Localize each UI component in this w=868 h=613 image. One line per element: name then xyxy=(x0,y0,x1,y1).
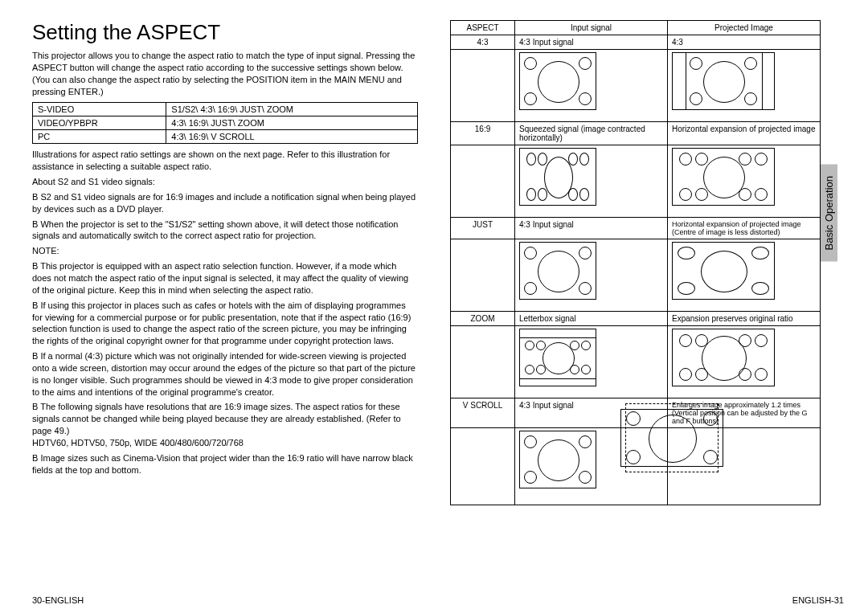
table-row: JUST 4:3 Input signal Horizontal expansi… xyxy=(451,218,821,239)
illustration-note: Illustrations for aspect ratio settings … xyxy=(32,149,418,173)
cell: 4:3\ 16:9\ JUST\ ZOOM xyxy=(166,116,418,130)
output-label: 4:3 xyxy=(668,35,821,50)
intro-paragraph: This projector allows you to change the … xyxy=(32,50,418,97)
bullet: B Image sizes such as Cinema-Vision that… xyxy=(32,452,418,476)
illustration-cell xyxy=(515,239,668,312)
illustration-cell xyxy=(515,145,668,218)
table-row xyxy=(451,326,821,398)
col-header: ASPECT xyxy=(451,21,515,35)
input-label: Letterbox signal xyxy=(515,312,668,326)
aspect-label: 4:3 xyxy=(451,35,515,50)
col-header: Projected Image xyxy=(668,21,821,35)
cell: S1/S2\ 4:3\ 16:9\ JUST\ ZOOM xyxy=(166,103,418,116)
input-label: 4:3 Input signal xyxy=(515,218,668,239)
illustration-cell xyxy=(668,326,821,398)
bullet: B This projector is equipped with an asp… xyxy=(32,260,418,296)
left-page: Setting the ASPECT This projector allows… xyxy=(32,20,418,505)
note-heading: NOTE: xyxy=(32,245,418,257)
table-row: VIDEO/YPBPR4:3\ 16:9\ JUST\ ZOOM xyxy=(33,116,418,130)
table-row: 4:3 4:3 Input signal 4:3 xyxy=(451,35,821,50)
table-row: 16:9 Squeezed signal (image contracted h… xyxy=(451,122,821,145)
page-title: Setting the ASPECT xyxy=(32,20,418,45)
table-row xyxy=(451,428,821,505)
output-label: Horizontal expansion of projected image … xyxy=(668,218,821,239)
aspect-label: V SCROLL xyxy=(451,398,515,428)
aspect-table: ASPECT Input signal Projected Image 4:3 … xyxy=(450,20,821,505)
right-page: ASPECT Input signal Projected Image 4:3 … xyxy=(450,20,820,505)
table-row xyxy=(451,50,821,122)
illustration-cell xyxy=(668,145,821,218)
input-label: 4:3 Input signal xyxy=(515,35,668,50)
cell: VIDEO/YPBPR xyxy=(33,116,166,130)
col-header: Input signal xyxy=(515,21,668,35)
output-label: Horizontal expansion of projected image xyxy=(668,122,821,145)
table-row xyxy=(451,145,821,218)
aspect-label: 16:9 xyxy=(451,122,515,145)
cell: 4:3\ 16:9\ V SCROLL xyxy=(166,130,418,144)
bullet: B If a normal (4:3) picture which was no… xyxy=(32,350,418,398)
illustration-cell xyxy=(668,428,821,505)
illustration-cell xyxy=(515,326,668,398)
table-row: ZOOM Letterbox signal Expansion preserve… xyxy=(451,312,821,326)
table-row: S-VIDEOS1/S2\ 4:3\ 16:9\ JUST\ ZOOM xyxy=(33,103,418,116)
aspect-label: ZOOM xyxy=(451,312,515,326)
footer-right: ENGLISH-31 xyxy=(792,595,844,605)
side-tab: Basic Operation xyxy=(821,165,837,262)
table-header-row: ASPECT Input signal Projected Image xyxy=(451,21,821,35)
illustration-cell xyxy=(668,239,821,312)
modes-table: S-VIDEOS1/S2\ 4:3\ 16:9\ JUST\ ZOOM VIDE… xyxy=(32,102,418,144)
cell: PC xyxy=(33,130,166,144)
bullet: B S2 and S1 video signals are for 16:9 i… xyxy=(32,191,418,215)
illustration-cell xyxy=(668,50,821,122)
page-spread: Setting the ASPECT This projector allows… xyxy=(32,20,844,505)
bullet: B If using this projector in places such… xyxy=(32,300,418,347)
illustration-cell xyxy=(515,50,668,122)
about-heading: About S2 and S1 video signals: xyxy=(32,176,418,188)
cell: S-VIDEO xyxy=(33,103,166,116)
footer-left: 30-ENGLISH xyxy=(32,595,84,605)
aspect-label: JUST xyxy=(451,218,515,239)
output-label: Expansion preserves original ratio xyxy=(668,312,821,326)
bullet: B The following signals have resolutions… xyxy=(32,401,418,448)
input-label: Squeezed signal (image contracted horizo… xyxy=(515,122,668,145)
table-row: PC4:3\ 16:9\ V SCROLL xyxy=(33,130,418,144)
table-row xyxy=(451,239,821,312)
bullet: B When the projector is set to the "S1/S… xyxy=(32,219,418,243)
